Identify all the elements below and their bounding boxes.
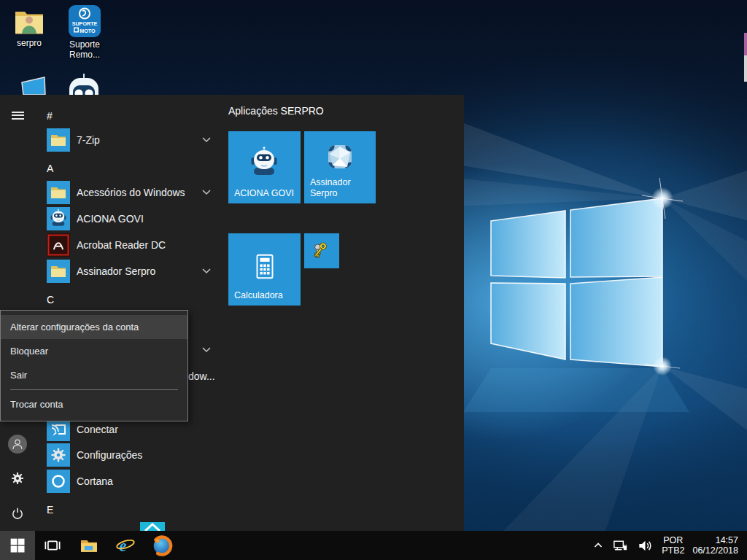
network-tray-button[interactable] <box>612 537 629 554</box>
app-row-cortana[interactable]: Cortana <box>35 468 219 494</box>
app-list-section-c[interactable]: C <box>47 287 90 313</box>
volume-tray-button[interactable] <box>637 537 654 554</box>
folder-icon <box>47 128 70 152</box>
desktop-icon-suporte-remoto[interactable]: SUPORTE MOTO Suporte Remo... <box>54 4 115 60</box>
folder-icon <box>47 260 70 283</box>
partial-monitor-icon <box>20 76 48 95</box>
taskbar: POR PTB2 14:57 06/12/2018 <box>0 531 747 560</box>
menu-item-bloquear[interactable]: Bloquear <box>1 339 187 363</box>
tile-assinador-serpro[interactable]: Assinador Serpro <box>304 131 376 203</box>
cortana-icon <box>47 470 70 493</box>
partial-robot-icon <box>68 74 100 95</box>
app-list-section-e[interactable]: E <box>47 497 90 523</box>
internet-explorer-icon <box>115 534 136 556</box>
offscreen-window-edge-gray <box>744 55 747 82</box>
tile-keys-small[interactable] <box>304 233 339 268</box>
robot-icon <box>47 207 70 230</box>
folder-icon <box>47 181 70 204</box>
menu-item-sair[interactable]: Sair <box>1 363 187 387</box>
settings-icon <box>47 443 70 467</box>
app-row-acrobat-reader[interactable]: Acrobat Reader DC <box>35 232 219 258</box>
language-line2: PTB2 <box>662 545 684 556</box>
show-hidden-icons-button[interactable] <box>592 540 604 551</box>
chevron-down-icon[interactable] <box>202 268 211 274</box>
screen: e <box>0 0 747 560</box>
app-list-section-a[interactable]: A <box>47 155 90 182</box>
internet-explorer-button[interactable] <box>108 531 143 560</box>
user-icon <box>10 437 25 451</box>
app-row-aciona-govi[interactable]: ACIONA GOVI <box>35 206 219 232</box>
suporte-remoto-app-icon: SUPORTE MOTO <box>68 4 101 38</box>
file-explorer-icon <box>79 535 99 556</box>
account-context-menu: Alterar configurações da conta Bloquear … <box>0 310 188 421</box>
crystal-icon <box>325 142 355 171</box>
clock-date: 06/12/2018 <box>692 545 738 556</box>
calculator-icon <box>255 254 275 279</box>
partial-app-icon <box>140 522 165 531</box>
firefox-button[interactable] <box>144 531 179 560</box>
app-row-acessorios-windows[interactable]: Acessórios do Windows <box>35 179 219 206</box>
svg-text:SUPORTE: SUPORTE <box>72 20 98 27</box>
robot-icon <box>248 146 280 178</box>
start-button[interactable] <box>0 531 35 560</box>
app-row-assinador-serpro[interactable]: Assinador Serpro <box>35 258 219 284</box>
language-indicator[interactable]: POR PTB2 <box>662 535 684 556</box>
menu-item-trocar-conta[interactable]: Trocar conta <box>1 392 187 416</box>
clock-time: 14:57 <box>692 535 738 545</box>
desktop-icon-label: serpro <box>0 38 60 48</box>
firefox-icon <box>152 535 173 556</box>
start-menu-power-button[interactable] <box>0 496 35 531</box>
task-view-icon <box>42 535 63 556</box>
chevron-down-icon[interactable] <box>202 190 211 195</box>
menu-item-alterar-configuracoes[interactable]: Alterar configurações da conta <box>1 315 187 339</box>
chevron-down-icon[interactable] <box>202 137 211 143</box>
chevron-down-icon[interactable] <box>202 347 211 353</box>
app-row-7zip[interactable]: 7-Zip <box>35 127 219 153</box>
language-line1: POR <box>662 535 684 545</box>
clock[interactable]: 14:57 06/12/2018 <box>692 535 738 556</box>
app-list-section-hash[interactable]: # <box>47 103 90 129</box>
keys-icon <box>311 241 332 261</box>
gear-icon <box>9 470 26 486</box>
serpro-folder-icon <box>12 6 46 36</box>
network-icon <box>612 537 629 554</box>
desktop-icon-label: Suporte Remo... <box>54 39 115 60</box>
tile-calculadora[interactable]: Calculadora <box>228 233 301 306</box>
desktop-icon-serpro[interactable]: serpro <box>0 6 60 48</box>
file-explorer-button[interactable] <box>71 531 107 560</box>
volume-icon <box>637 537 654 554</box>
menu-separator <box>10 389 178 390</box>
start-menu-hamburger-button[interactable] <box>0 98 35 133</box>
app-row-configuracoes[interactable]: Configurações <box>35 442 219 468</box>
tile-group-label[interactable]: Aplicações SERPRO <box>228 105 324 117</box>
svg-text:MOTO: MOTO <box>80 28 96 34</box>
acrobat-icon <box>47 233 70 257</box>
avatar <box>8 435 27 454</box>
tile-aciona-govi[interactable]: ACIONA GOVI <box>228 131 301 203</box>
start-menu-account-button[interactable] <box>0 427 35 462</box>
chevron-up-icon <box>592 540 604 551</box>
hamburger-icon <box>12 109 24 121</box>
start-menu-settings-button[interactable] <box>0 461 35 496</box>
offscreen-window-edge-purple <box>744 33 747 55</box>
system-tray: POR PTB2 14:57 06/12/2018 <box>592 531 747 560</box>
task-view-button[interactable] <box>35 531 70 560</box>
windows-logo-icon <box>8 536 27 555</box>
power-icon <box>9 505 26 521</box>
